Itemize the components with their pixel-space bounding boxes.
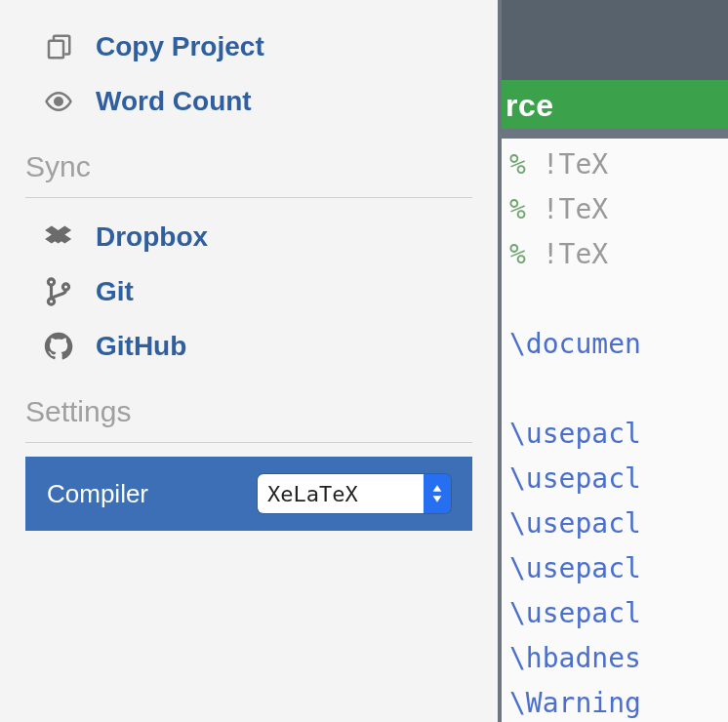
code-line [506,367,728,412]
editor-gap [502,129,728,139]
code-line [506,277,728,322]
menu-item-label: Git [96,276,134,307]
svg-point-1 [55,98,62,105]
editor-topbar [502,0,728,80]
svg-point-2 [48,279,54,285]
code-line: % !TeX [506,142,728,187]
code-line: \usepacl [506,501,728,546]
git-item[interactable]: Git [25,264,472,319]
menu-item-label: GitHub [96,331,186,362]
divider [25,442,472,443]
chevron-updown-icon [424,474,451,513]
code-line: % !TeX [506,187,728,232]
divider [25,197,472,198]
compiler-select[interactable]: XeLaTeX [258,474,451,513]
settings-heading: Settings [25,374,472,434]
sync-heading: Sync [25,129,472,189]
word-count-item[interactable]: Word Count [25,74,472,129]
code-line: \documen [506,322,728,367]
code-line: \usepacl [506,546,728,591]
git-branch-icon [43,277,74,306]
github-icon [43,332,74,361]
github-item[interactable]: GitHub [25,319,472,374]
editor-tab-label: rce [506,88,554,123]
editor-area: rce % !TeX % !TeX % !TeX \documen \usepa… [502,0,728,722]
dropbox-icon [43,222,74,252]
code-line: \Warning [506,681,728,722]
code-line: \usepacl [506,591,728,636]
compiler-row: Compiler XeLaTeX [25,457,472,531]
code-line: \usepacl [506,412,728,457]
code-line: \usepacl [506,457,728,501]
menu-item-label: Dropbox [96,221,208,253]
menu-item-label: Copy Project [96,31,264,62]
code-line: \hbadnes [506,636,728,681]
compiler-label: Compiler [47,479,148,509]
project-menu-sidebar: Copy Project Word Count Sync Dropbox [0,0,498,722]
svg-rect-0 [49,41,63,59]
dropbox-item[interactable]: Dropbox [25,210,472,264]
svg-point-3 [48,299,54,304]
eye-icon [43,87,74,116]
code-line: % !TeX [506,232,728,277]
copy-project-item[interactable]: Copy Project [25,20,472,74]
svg-point-4 [62,284,68,290]
editor-tab-source[interactable]: rce [502,80,728,132]
compiler-select-value: XeLaTeX [258,474,424,513]
code-editor[interactable]: % !TeX % !TeX % !TeX \documen \usepacl \… [502,139,728,722]
menu-item-label: Word Count [96,86,252,117]
copy-icon [43,32,74,61]
